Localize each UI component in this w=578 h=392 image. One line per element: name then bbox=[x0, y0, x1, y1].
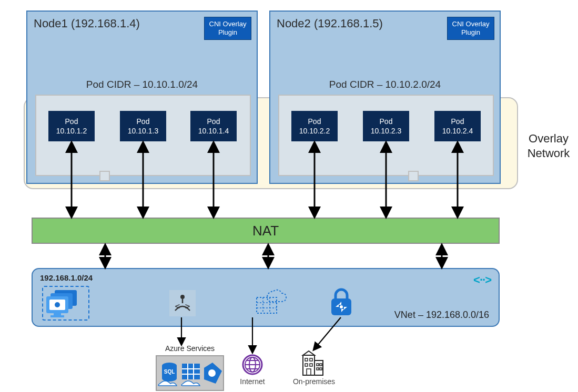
svg-rect-48 bbox=[317, 368, 319, 370]
onprem-label: On-premises bbox=[290, 377, 338, 386]
pod-label: Pod bbox=[308, 117, 321, 126]
building-icon bbox=[300, 350, 326, 377]
node1-box: Node1 (192.168.1.4) CNI Overlay Plugin P… bbox=[26, 11, 258, 184]
svg-rect-43 bbox=[305, 364, 308, 366]
svg-rect-47 bbox=[320, 364, 322, 366]
svg-rect-6 bbox=[50, 315, 64, 317]
svg-rect-10 bbox=[257, 297, 277, 313]
svg-rect-45 bbox=[307, 369, 311, 375]
svg-rect-5 bbox=[54, 313, 61, 315]
pod-ip: 10.10.1.2 bbox=[56, 126, 87, 136]
pod-ip: 10.10.2.4 bbox=[442, 126, 473, 136]
svg-rect-41 bbox=[305, 358, 308, 361]
svg-point-20 bbox=[340, 305, 343, 308]
svg-text:< >: < > bbox=[175, 301, 190, 311]
azure-services-box: SQL bbox=[156, 355, 224, 391]
svg-point-7 bbox=[180, 295, 185, 299]
pod-box: Pod 10.10.1.2 bbox=[48, 111, 95, 141]
pod-ip: 10.10.2.3 bbox=[371, 126, 401, 136]
azure-services-label: Azure Services bbox=[156, 344, 224, 353]
vnet-cidr-label: VNet – 192.168.0.0/16 bbox=[394, 310, 489, 321]
vnet-box: 192.168.1.0/24 VNet – 192.168.0.0/16 <··… bbox=[32, 268, 500, 327]
node1-pod-cidr: Pod CIDR – 10.10.1.0/24 bbox=[27, 79, 257, 90]
svg-rect-44 bbox=[310, 364, 312, 366]
diagram-canvas: Overlay Network Node1 (192.168.1.4) CNI … bbox=[0, 0, 578, 392]
vnet-peering-icon: <··> bbox=[473, 273, 491, 287]
vpn-lock-icon bbox=[327, 288, 356, 317]
pod-box: Pod 10.10.1.3 bbox=[120, 111, 166, 141]
pod-ip: 10.10.2.2 bbox=[299, 126, 330, 136]
internet-globe-icon bbox=[241, 353, 264, 376]
svg-text:SQL: SQL bbox=[164, 369, 175, 375]
cni-plugin-chip: CNI Overlay Plugin bbox=[447, 17, 494, 40]
pod-box: Pod 10.10.2.4 bbox=[434, 111, 481, 141]
pod-box: Pod 10.10.1.4 bbox=[190, 111, 237, 141]
storage-grid-icon bbox=[253, 288, 287, 317]
vm-scaleset-icon bbox=[42, 286, 89, 321]
pod-box: Pod 10.10.2.2 bbox=[291, 111, 338, 141]
pod-label: Pod bbox=[451, 117, 464, 126]
load-balancer-icon: < > bbox=[169, 290, 196, 316]
node2-box: Node2 (192.168.1.5) CNI Overlay Plugin P… bbox=[269, 11, 501, 184]
subnet-label: 192.168.1.0/24 bbox=[40, 273, 93, 282]
svg-marker-40 bbox=[303, 351, 315, 355]
overlay-network-label: Overlay Network bbox=[522, 131, 575, 160]
resize-handle-icon bbox=[99, 171, 110, 181]
svg-point-23 bbox=[162, 375, 177, 381]
node2-pod-cidr: Pod CIDR – 10.10.2.0/24 bbox=[270, 79, 500, 90]
svg-point-31 bbox=[208, 369, 216, 377]
svg-rect-49 bbox=[320, 368, 322, 370]
pod-ip: 10.10.1.3 bbox=[128, 126, 158, 136]
pod-label: Pod bbox=[207, 117, 220, 126]
pod-ip: 10.10.1.4 bbox=[198, 126, 229, 136]
pod-label: Pod bbox=[65, 117, 78, 126]
pod-box: Pod 10.10.2.3 bbox=[363, 111, 409, 141]
nat-box: NAT bbox=[32, 218, 500, 244]
node1-title: Node1 (192.168.1.4) bbox=[34, 17, 140, 30]
resize-handle-icon bbox=[408, 171, 419, 181]
nat-label: NAT bbox=[252, 223, 279, 239]
pod-label: Pod bbox=[380, 117, 393, 126]
pod-label: Pod bbox=[137, 117, 150, 126]
cni-plugin-chip: CNI Overlay Plugin bbox=[204, 17, 251, 40]
svg-point-4 bbox=[55, 302, 60, 307]
node2-title: Node2 (192.168.1.5) bbox=[277, 17, 383, 30]
internet-label: Internet bbox=[231, 377, 273, 386]
svg-rect-25 bbox=[182, 364, 200, 379]
svg-rect-46 bbox=[317, 364, 319, 366]
svg-rect-42 bbox=[310, 358, 312, 361]
